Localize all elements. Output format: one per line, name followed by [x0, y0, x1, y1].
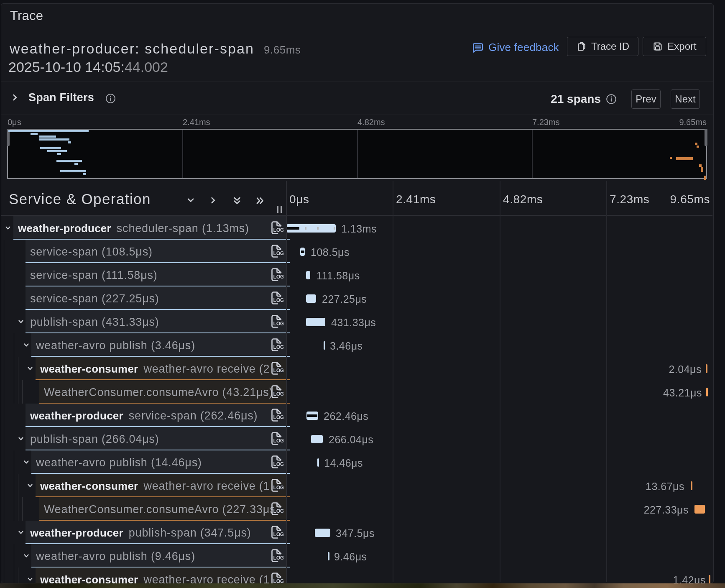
svg-text:LOG: LOG	[273, 438, 284, 444]
svg-text:LOG: LOG	[273, 274, 284, 280]
svg-text:LOG: LOG	[273, 414, 284, 420]
svg-text:LOG: LOG	[273, 368, 284, 373]
svg-text:LOG: LOG	[273, 297, 284, 303]
svg-text:LOG: LOG	[273, 508, 284, 514]
svg-text:LOG: LOG	[273, 321, 284, 327]
svg-text:LOG: LOG	[273, 485, 284, 491]
svg-text:LOG: LOG	[273, 391, 284, 397]
svg-text:LOG: LOG	[273, 555, 284, 561]
svg-text:LOG: LOG	[273, 532, 284, 537]
svg-text:LOG: LOG	[273, 251, 284, 256]
svg-text:LOG: LOG	[273, 461, 284, 467]
svg-text:LOG: LOG	[273, 227, 284, 233]
svg-text:LOG: LOG	[273, 344, 284, 350]
